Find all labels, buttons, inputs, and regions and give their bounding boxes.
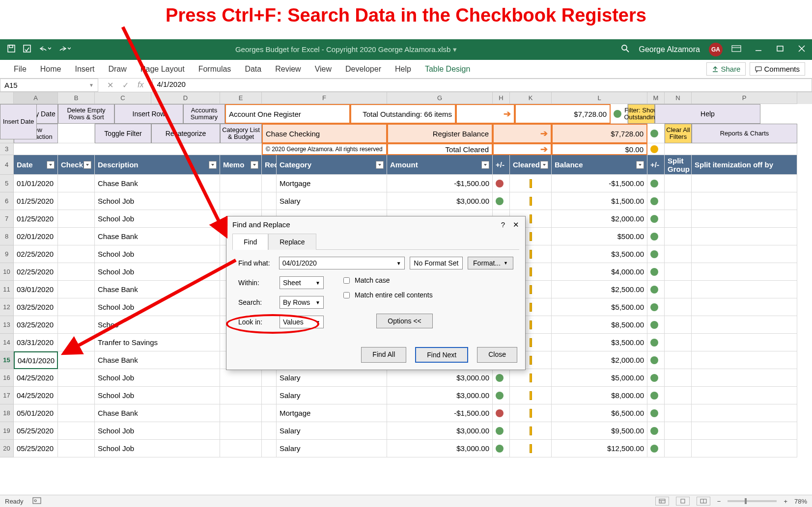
balance-cell[interactable]: $2,500.00	[552, 281, 647, 298]
date-cell[interactable]: 01/01/2020	[14, 175, 58, 192]
col-header-K[interactable]: K	[510, 92, 552, 104]
memo-cell[interactable]	[220, 175, 262, 192]
accounts-summary-button[interactable]: Accounts Summary	[183, 104, 225, 124]
rec-cell[interactable]	[262, 440, 277, 457]
check-cell[interactable]	[58, 440, 95, 457]
category-cell[interactable]: Salary	[277, 369, 387, 387]
date-cell[interactable]: 05/25/2020	[14, 422, 58, 440]
check-cell[interactable]	[58, 192, 95, 210]
row-header[interactable]: 13	[0, 316, 14, 334]
ribbon-options-icon[interactable]	[731, 45, 741, 54]
cleared-cell[interactable]	[510, 192, 552, 210]
rec-cell[interactable]	[262, 404, 277, 422]
category-cell[interactable]: Salary	[277, 192, 387, 210]
balance-cell[interactable]: $5,500.00	[552, 298, 647, 316]
macro-record-icon[interactable]	[32, 497, 41, 506]
table-header[interactable]: Description	[95, 155, 220, 175]
row-header[interactable]: 6	[0, 192, 14, 210]
date-cell[interactable]: 04/25/2020	[14, 387, 58, 404]
memo-cell[interactable]	[220, 369, 262, 387]
balance-cell[interactable]: -$1,500.00	[552, 175, 647, 192]
split-off-cell[interactable]	[692, 298, 797, 316]
table-header[interactable]: Amount	[387, 155, 493, 175]
description-cell[interactable]: Schoo	[95, 316, 220, 334]
rec-cell[interactable]	[262, 387, 277, 404]
split-cell[interactable]	[665, 422, 692, 440]
memo-cell[interactable]	[220, 404, 262, 422]
recategorize-button[interactable]: Recategorize	[151, 124, 220, 143]
date-cell[interactable]: 05/25/2020	[14, 440, 58, 457]
tab-review[interactable]: Review	[268, 61, 308, 78]
split-cell[interactable]	[665, 228, 692, 245]
col-header-H[interactable]: H	[493, 92, 510, 104]
check-cell[interactable]	[58, 387, 95, 404]
date-cell[interactable]: 02/25/2020	[14, 263, 58, 281]
split-cell[interactable]	[665, 369, 692, 387]
row-header[interactable]: 20	[0, 440, 14, 457]
cancel-formula-icon[interactable]: ✕	[107, 80, 113, 90]
row-header[interactable]: 19	[0, 422, 14, 440]
balance-cell[interactable]: $3,500.00	[552, 334, 647, 351]
date-cell[interactable]: 03/25/2020	[14, 298, 58, 316]
table-header[interactable]: Cleared	[510, 155, 552, 175]
zoom-slider[interactable]	[728, 500, 777, 502]
split-off-cell[interactable]	[692, 245, 797, 263]
split-cell[interactable]	[665, 192, 692, 210]
split-cell[interactable]	[665, 316, 692, 334]
check-cell[interactable]	[58, 298, 95, 316]
balance-cell[interactable]: $8,000.00	[552, 387, 647, 404]
split-cell[interactable]	[665, 263, 692, 281]
balance-cell[interactable]: $5,000.00	[552, 369, 647, 387]
date-cell[interactable]: 03/01/2020	[14, 281, 58, 298]
split-cell[interactable]	[665, 334, 692, 351]
fx-icon[interactable]: fx	[138, 80, 143, 90]
check-cell[interactable]	[58, 422, 95, 440]
cleared-cell[interactable]	[510, 422, 552, 440]
split-cell[interactable]	[665, 245, 692, 263]
row-header[interactable]: 4	[0, 155, 14, 175]
description-cell[interactable]: School Job	[95, 422, 220, 440]
split-cell[interactable]	[665, 387, 692, 404]
amount-cell[interactable]: $3,000.00	[387, 422, 493, 440]
balance-cell[interactable]: $500.00	[552, 228, 647, 245]
tab-page-layout[interactable]: Page Layout	[134, 61, 192, 78]
description-cell[interactable]: Chase Bank	[95, 351, 220, 369]
tab-table-design[interactable]: Table Design	[418, 61, 477, 78]
cleared-cell[interactable]	[510, 369, 552, 387]
date-cell[interactable]: 04/01/2020	[14, 351, 58, 369]
row-header[interactable]: 17	[0, 387, 14, 404]
col-header-P[interactable]: P	[692, 92, 797, 104]
col-header-E[interactable]: E	[220, 92, 262, 104]
table-header[interactable]: Balance	[552, 155, 647, 175]
description-cell[interactable]: School Job	[95, 192, 220, 210]
row-header[interactable]: 12	[0, 298, 14, 316]
toggle-filter-button[interactable]: Toggle Filter	[95, 124, 151, 143]
table-header[interactable]: Date	[14, 155, 58, 175]
category-cell[interactable]: Mortgage	[277, 175, 387, 192]
findwhat-input[interactable]: 04/01/2020▼	[279, 257, 405, 269]
rec-cell[interactable]	[262, 175, 277, 192]
row-header[interactable]: 9	[0, 245, 14, 263]
split-cell[interactable]	[665, 210, 692, 228]
share-button[interactable]: Share	[706, 62, 746, 76]
cleared-cell[interactable]	[510, 404, 552, 422]
search-select[interactable]: By Rows▼	[280, 296, 324, 309]
name-box[interactable]: A15▼	[0, 79, 98, 92]
within-select[interactable]: Sheet▼	[280, 276, 324, 289]
tab-replace-dialog[interactable]: Replace	[268, 234, 316, 250]
table-header[interactable]: +/-	[647, 155, 665, 175]
findnext-button[interactable]: Find Next	[415, 347, 468, 363]
view-pagebreak-icon[interactable]	[697, 497, 710, 506]
col-header-F[interactable]: F	[262, 92, 387, 104]
findall-button[interactable]: Find All	[361, 347, 406, 363]
rec-cell[interactable]	[262, 422, 277, 440]
split-off-cell[interactable]	[692, 422, 797, 440]
tab-data[interactable]: Data	[238, 61, 268, 78]
amount-cell[interactable]: $3,000.00	[387, 192, 493, 210]
tab-view[interactable]: View	[308, 61, 338, 78]
tab-file[interactable]: File	[7, 61, 33, 78]
split-off-cell[interactable]	[692, 369, 797, 387]
col-header-M[interactable]: M	[647, 92, 665, 104]
minimize-icon[interactable]	[755, 45, 762, 54]
table-header[interactable]: Check	[58, 155, 95, 175]
